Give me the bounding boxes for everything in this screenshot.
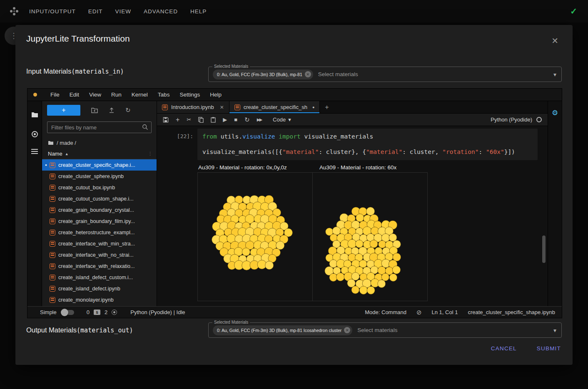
cursor-position[interactable]: Ln 1, Col 1 <box>432 309 458 315</box>
file-row[interactable]: create_grain_boundary_crystal... <box>42 204 157 216</box>
column-resize-handle[interactable]: ⋮ <box>148 151 152 156</box>
output-material-chip[interactable]: 0: Au, Gold, FCC (Fm-3m) 3D (Bulk), mp-8… <box>213 325 352 335</box>
jl-menu-kernel[interactable]: Kernel <box>132 92 148 98</box>
input-materials-label-code: (materials_in) <box>71 68 124 75</box>
jl-menu-settings[interactable]: Settings <box>179 92 200 98</box>
chip-label: 0: Au, Gold, FCC (Fm-3m) 3D (Bulk), mp-8… <box>217 328 341 333</box>
notebook-file-icon <box>50 241 55 247</box>
jupyter-menubar: File Edit View Run Kernel Tabs Settings … <box>27 89 562 101</box>
gold-cluster-visualization <box>198 173 312 301</box>
cell-type-dropdown[interactable]: Code ▾ <box>273 116 291 123</box>
chip-remove-icon[interactable]: ✕ <box>305 71 311 77</box>
file-row[interactable]: ●create_cluster_specific_shape.i... <box>42 159 157 171</box>
app-menu: INPUT/OUTPUT EDIT VIEW ADVANCED HELP <box>29 8 207 15</box>
notebook-file-icon <box>50 196 55 202</box>
jl-menu-file[interactable]: File <box>50 92 60 98</box>
breadcrumb[interactable]: / made / <box>42 137 157 149</box>
upload-icon[interactable] <box>109 107 115 113</box>
insert-cell-icon[interactable]: + <box>176 116 179 123</box>
app-logo-icon[interactable] <box>8 5 20 17</box>
chevron-down-icon[interactable]: ▾ <box>553 327 556 334</box>
file-row[interactable]: create_island_defect.ipynb <box>42 283 157 294</box>
unsaved-changes-dot-icon[interactable]: ● <box>312 105 314 109</box>
notebook-file-icon <box>50 275 55 280</box>
file-list-header[interactable]: Name ▲ ⋮ <box>42 149 157 159</box>
jl-menu-edit[interactable]: Edit <box>70 92 79 98</box>
terminal-count[interactable]: 0 <box>87 309 90 315</box>
menu-input-output[interactable]: INPUT/OUTPUT <box>29 8 76 15</box>
save-icon[interactable] <box>163 117 169 123</box>
file-browser-icon[interactable] <box>31 112 38 119</box>
input-material-chip[interactable]: 0: Au, Gold, FCC (Fm-3m) 3D (Bulk), mp-8… <box>213 69 313 79</box>
simple-mode-toggle[interactable] <box>62 310 74 315</box>
input-materials-label-text: Input Materials <box>26 67 71 75</box>
breadcrumb-path[interactable]: / made / <box>57 140 76 146</box>
file-name: create_interface_with_relaxatio... <box>58 263 135 269</box>
restart-run-all-icon[interactable]: ▶▶ <box>257 118 262 122</box>
notebook-tabbar: Introduction.ipynb ✕ create_cluster_spec… <box>157 101 548 114</box>
name-column-header[interactable]: Name <box>48 151 62 157</box>
simple-mode-label: Simple <box>40 309 57 315</box>
plot-title-left: Au309 - Material - rotation: 0x,0y,0z <box>197 164 313 171</box>
stop-kernel-icon[interactable]: ■ <box>234 117 237 122</box>
chevron-down-icon[interactable]: ▾ <box>553 71 556 78</box>
output-materials-select[interactable]: Selected Materials 0: Au, Gold, FCC (Fm-… <box>208 322 562 338</box>
kernel-selector[interactable]: Python (Pyodide) <box>491 116 542 123</box>
notebook-file-icon <box>50 286 55 292</box>
file-row[interactable]: create_grain_boundary_film.ipy... <box>42 216 157 227</box>
submit-button[interactable]: SUBMIT <box>537 345 561 352</box>
file-name: create_heterostructure_exampl... <box>58 230 135 235</box>
notebook-file-icon <box>234 104 240 110</box>
code-cell[interactable]: [22]: from utils.visualize import visual… <box>157 129 548 160</box>
kernel-count[interactable]: 2 <box>105 309 107 315</box>
filter-files-input[interactable] <box>47 121 152 133</box>
refresh-icon[interactable]: ↻ <box>125 107 131 114</box>
menu-advanced[interactable]: ADVANCED <box>144 8 178 15</box>
restart-kernel-icon[interactable]: ↻ <box>244 116 250 123</box>
menu-view[interactable]: VIEW <box>115 8 132 15</box>
file-row[interactable]: create_cutout_box.ipynb <box>42 182 157 193</box>
cut-cell-icon[interactable]: ✂ <box>187 117 191 122</box>
file-row[interactable]: create_island_defect_custom.i... <box>42 272 157 283</box>
table-of-contents-icon[interactable] <box>31 149 38 154</box>
scrollbar-thumb[interactable] <box>542 235 546 263</box>
paste-cell-icon[interactable] <box>211 117 216 123</box>
new-tab-button[interactable]: + <box>320 101 334 113</box>
input-materials-select[interactable]: Selected Materials 0: Au, Gold, FCC (Fm-… <box>208 67 562 82</box>
file-row[interactable]: create_cutout_custom_shape.i... <box>42 193 157 204</box>
file-row[interactable]: create_interface_with_relaxatio... <box>42 260 157 272</box>
field-legend: Selected Materials <box>212 64 250 69</box>
new-folder-icon[interactable] <box>91 108 98 113</box>
left-sidebar-rail <box>27 101 42 306</box>
file-row[interactable]: create_heterostructure_exampl... <box>42 227 157 238</box>
copy-cell-icon[interactable] <box>198 117 204 123</box>
file-row[interactable]: create_interface_with_no_strai... <box>42 249 157 260</box>
file-row[interactable]: create_monolayer.ipynb <box>42 294 157 305</box>
file-name: create_cutout_box.ipynb <box>58 185 115 191</box>
menu-edit[interactable]: EDIT <box>88 8 103 15</box>
code-editor[interactable]: from utils.visualize import visualize_ma… <box>197 129 538 160</box>
file-row[interactable]: create_cluster_sphere.ipynb <box>42 171 157 182</box>
jupyterlite-transformation-dialog: JupyterLite Transformation ✕ Input Mater… <box>15 25 573 365</box>
dialog-close-icon[interactable]: ✕ <box>551 36 558 46</box>
settings-gear-icon[interactable]: ⚙ <box>552 109 558 306</box>
gold-cluster-visualization <box>313 173 427 301</box>
notebook-content[interactable]: [22]: from utils.visualize import visual… <box>157 126 548 306</box>
run-cell-icon[interactable]: ▶ <box>223 117 227 122</box>
kernel-status-text[interactable]: Python (Pyodide) | Idle <box>130 309 185 315</box>
menu-help[interactable]: HELP <box>190 8 207 15</box>
confirm-check-icon[interactable]: ✓ <box>570 6 577 16</box>
jl-menu-tabs[interactable]: Tabs <box>158 92 170 98</box>
tab-close-icon[interactable]: ✕ <box>220 104 224 110</box>
jl-menu-run[interactable]: Run <box>111 92 122 98</box>
new-launcher-button[interactable]: + <box>47 105 80 116</box>
chip-remove-icon[interactable]: ✕ <box>344 327 350 333</box>
jl-menu-view[interactable]: View <box>89 92 101 98</box>
file-row[interactable]: create_interface_with_min_stra... <box>42 238 157 249</box>
tab-create-cluster-specific-shape[interactable]: create_cluster_specific_sh ● <box>229 101 320 113</box>
cancel-button[interactable]: CANCEL <box>491 345 517 352</box>
sort-asc-icon[interactable]: ▲ <box>65 152 69 156</box>
tab-introduction-ipynb[interactable]: Introduction.ipynb ✕ <box>157 101 229 113</box>
jl-menu-help[interactable]: Help <box>210 92 222 98</box>
running-kernels-icon[interactable] <box>32 131 38 137</box>
